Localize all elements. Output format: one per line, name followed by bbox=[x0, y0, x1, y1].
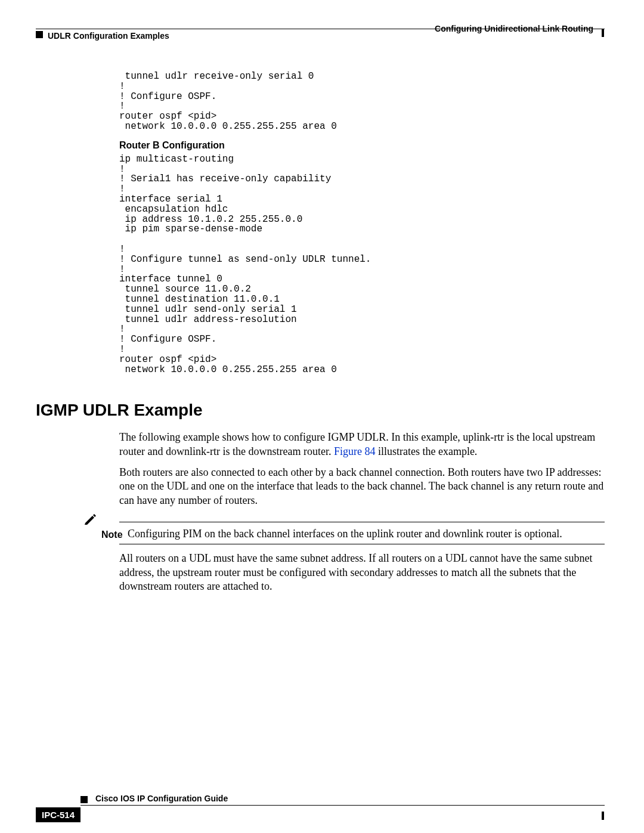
page: Configuring Unidirectional Link Routing … bbox=[0, 0, 644, 833]
page-number: IPC-514 bbox=[36, 807, 80, 822]
footer-tick-icon bbox=[602, 812, 604, 820]
note-text: Configuring PIM on the back channel inte… bbox=[128, 528, 605, 540]
code-block-router-b: ip multicast-routing ! ! Serial1 has rec… bbox=[119, 154, 605, 375]
subheading-router-b: Router B Configuration bbox=[119, 140, 605, 151]
footer-square-icon bbox=[80, 796, 88, 803]
paragraph-backchannel: Both routers are also connected to each … bbox=[119, 466, 605, 507]
note-block: Note Configuring PIM on the back channel… bbox=[83, 522, 605, 544]
figure-link[interactable]: Figure 84 bbox=[334, 445, 376, 457]
note-label: Note bbox=[99, 529, 128, 540]
paragraph-intro: The following example shows how to confi… bbox=[119, 431, 605, 459]
running-header-section: UDLR Configuration Examples bbox=[48, 31, 169, 41]
paragraph-intro-part2: illustrates the example. bbox=[375, 445, 477, 457]
header-tick-icon bbox=[602, 29, 604, 37]
note-rule-bottom bbox=[119, 544, 605, 544]
heading-igmp-udlr-example: IGMP UDLR Example bbox=[36, 401, 605, 420]
footer-guide-title: Cisco IOS IP Configuration Guide bbox=[95, 794, 228, 803]
code-block-router-a-tail: tunnel udlr receive-only serial 0 ! ! Co… bbox=[119, 72, 605, 132]
content-area: tunnel udlr receive-only serial 0 ! ! Co… bbox=[36, 72, 605, 593]
footer-rule bbox=[80, 805, 605, 806]
header-rule bbox=[36, 29, 605, 29]
header-square-icon bbox=[36, 31, 43, 38]
paragraph-subnet: All routers on a UDL must have the same … bbox=[119, 552, 605, 593]
pencil-icon bbox=[83, 512, 99, 526]
